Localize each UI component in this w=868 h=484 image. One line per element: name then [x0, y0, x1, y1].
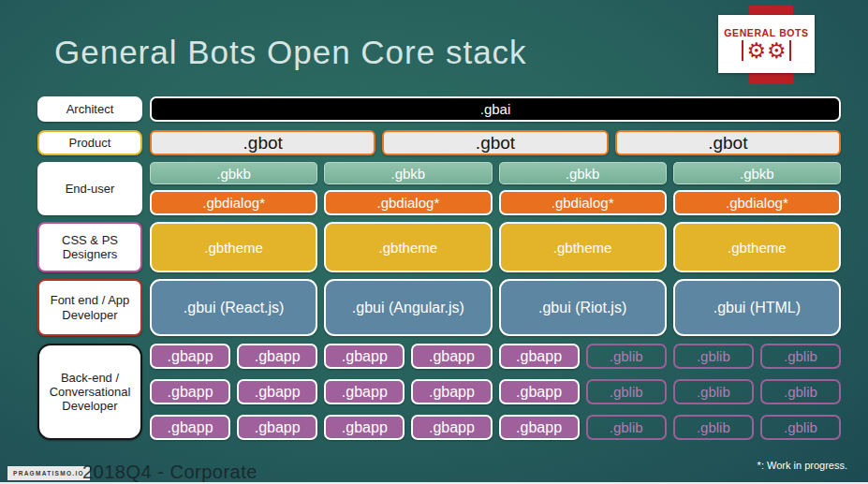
- gbapp-block: .gbapp: [237, 344, 317, 369]
- gbtheme-block: .gbtheme: [499, 222, 667, 272]
- gbapp-block: .gbapp: [324, 415, 405, 440]
- gbot-block: .gbot: [615, 130, 841, 155]
- row-backend-content: .gbapp.gbapp.gbapp.gbapp.gbapp .gblib.gb…: [150, 344, 841, 440]
- row-architect: Architect .gbai: [37, 96, 841, 122]
- gblib-block: .gblib: [760, 379, 841, 404]
- gbapp-block: .gbapp: [150, 379, 230, 404]
- gbapp-block: .gbapp: [499, 344, 580, 369]
- gbui-block: .gbui (React.js): [150, 279, 317, 336]
- gbapp-block: .gbapp: [499, 415, 580, 440]
- gears-icon: ⚙ ⚙: [740, 40, 793, 61]
- row-product: Product .gbot.gbot.gbot: [37, 130, 841, 155]
- gbkb-row: .gbkb.gbkb.gbkb.gbkb: [150, 162, 841, 184]
- pragmatismo-badge: PRAGMATISMO.IO: [7, 466, 90, 480]
- gbapp-block: .gbapp: [150, 344, 230, 369]
- row-frontend-content: .gbui (React.js).gbui (Angular.js).gbui …: [150, 279, 841, 336]
- gear-bar-left-icon: [742, 40, 744, 61]
- footer-caption: 2018Q4 - Corporate: [82, 462, 257, 483]
- slide: General Bots Open Core stack GENERAL BOT…: [0, 0, 868, 484]
- gblib-block: .gblib: [673, 344, 754, 369]
- gbtheme-block: .gbtheme: [324, 222, 492, 272]
- row-product-content: .gbot.gbot.gbot: [150, 130, 841, 155]
- gbui-block: .gbui (Angular.js): [324, 279, 492, 336]
- gbkb-block: .gbkb: [324, 162, 492, 184]
- row-label-architect: Architect: [37, 96, 142, 122]
- row-backend: Back-end / Conversational Developer .gba…: [37, 344, 841, 440]
- logo-brand-text: GENERAL BOTS: [724, 27, 808, 38]
- gbai-block: .gbai: [150, 96, 841, 122]
- row-frontend: Font end / App Developer .gbui (React.js…: [37, 279, 841, 336]
- gbapp-block: .gbapp: [411, 415, 492, 440]
- row-end-user: End-user .gbkb.gbkb.gbkb.gbkb .gbdialog*…: [37, 162, 841, 215]
- gblib-block: .gblib: [586, 415, 667, 440]
- gear-bar-right-icon: [789, 40, 792, 61]
- row-label-designers: CSS & PS Designers: [37, 222, 142, 272]
- backend-layer-2: .gbapp.gbapp.gbapp.gbapp.gbapp .gblib.gb…: [150, 379, 841, 404]
- gbtheme-block: .gbtheme: [150, 222, 317, 272]
- gbot-block: .gbot: [150, 130, 375, 155]
- gbapp-block: .gbapp: [324, 379, 405, 404]
- gbkb-block: .gbkb: [150, 162, 317, 184]
- gbdialog-block: .gbdialog*: [324, 190, 492, 215]
- gbot-block: .gbot: [382, 130, 608, 155]
- row-label-frontend: Font end / App Developer: [37, 279, 142, 336]
- row-label-end-user: End-user: [37, 162, 142, 215]
- gbdialog-block: .gbdialog*: [499, 190, 667, 215]
- gbkb-block: .gbkb: [499, 162, 667, 184]
- gbui-block: .gbui (Riot.js): [499, 279, 667, 336]
- stack-diagram: Architect .gbai Product .gbot.gbot.gbot …: [37, 96, 841, 440]
- gblib-block: .gblib: [760, 415, 841, 440]
- gbdialog-row: .gbdialog*.gbdialog*.gbdialog*.gbdialog*: [150, 190, 841, 215]
- gbapp-block: .gbapp: [411, 344, 492, 369]
- gblib-block: .gblib: [673, 415, 754, 440]
- work-in-progress-note: *: Work in progress.: [758, 460, 847, 471]
- gear-icon: ⚙: [767, 40, 787, 61]
- gbui-block: .gbui (HTML): [673, 279, 841, 336]
- gblib-block: .gblib: [673, 379, 754, 404]
- gbapp-block: .gbapp: [411, 379, 492, 404]
- gbdialog-block: .gbdialog*: [150, 190, 317, 215]
- gbapp-block: .gbapp: [499, 379, 580, 404]
- gear-icon: ⚙: [746, 40, 766, 61]
- row-label-backend: Back-end / Conversational Developer: [37, 344, 142, 440]
- gblib-block: .gblib: [586, 379, 667, 404]
- row-label-product: Product: [37, 130, 142, 155]
- backend-layer-1: .gbapp.gbapp.gbapp.gbapp.gbapp .gblib.gb…: [150, 344, 841, 369]
- slide-title: General Bots Open Core stack: [54, 34, 527, 71]
- row-designers: CSS & PS Designers .gbtheme.gbtheme.gbth…: [37, 222, 841, 272]
- gblib-block: .gblib: [586, 344, 667, 369]
- gblib-block: .gblib: [760, 344, 841, 369]
- row-architect-content: .gbai: [150, 96, 841, 122]
- gbapp-block: .gbapp: [324, 344, 405, 369]
- gbapp-block: .gbapp: [150, 415, 230, 440]
- gbapp-block: .gbapp: [237, 379, 317, 404]
- general-bots-logo: GENERAL BOTS ⚙ ⚙: [718, 15, 815, 73]
- row-end-user-content: .gbkb.gbkb.gbkb.gbkb .gbdialog*.gbdialog…: [150, 162, 841, 215]
- row-designers-content: .gbtheme.gbtheme.gbtheme.gbtheme: [150, 222, 841, 272]
- backend-layer-3: .gbapp.gbapp.gbapp.gbapp.gbapp .gblib.gb…: [150, 415, 841, 440]
- gbapp-block: .gbapp: [237, 415, 317, 440]
- gbtheme-block: .gbtheme: [673, 222, 841, 272]
- gbdialog-block: .gbdialog*: [673, 190, 841, 215]
- gbkb-block: .gbkb: [673, 162, 841, 184]
